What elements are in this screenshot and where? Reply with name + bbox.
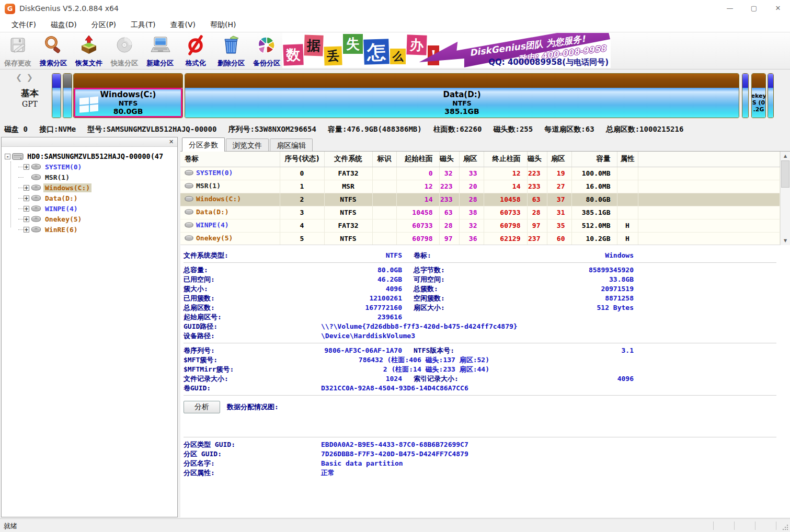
analyze-row: 分析 数据分配情况图: — [184, 400, 776, 414]
menu-disk[interactable]: 磁盘(D) — [43, 18, 84, 32]
expand-icon[interactable]: + — [24, 195, 29, 201]
tree-item-label: WINPE(4) — [43, 204, 79, 213]
backup-partition-pie-icon — [256, 34, 277, 57]
statusbar-divider — [755, 522, 755, 530]
status-text: 就绪 — [4, 522, 17, 531]
toolbar-button-label: 搜索分区 — [40, 59, 67, 68]
col-start-head[interactable]: 磁头 — [439, 152, 459, 167]
col-start-cylinder[interactable]: 起始柱面 — [396, 152, 439, 167]
titlebar: G DiskGenius V5.2.0.884 x64 — ▢ ✕ — [0, 0, 790, 18]
menu-help[interactable]: 帮助(H) — [203, 18, 243, 32]
col-index-status[interactable]: 序号(状态) — [280, 152, 324, 167]
tree-item-onekey[interactable]: + Onekey(5) — [5, 214, 177, 224]
partition-block-windows-c[interactable]: Windows(C:) NTFS 80.0GB — [73, 73, 183, 118]
partition-row-msr[interactable]: MSR(1) 1MSR 1222320 1423327 16.0MB — [180, 180, 780, 193]
device-tree-panel: ✕ - HD0:SAMSUNGMZVLB512HAJQ-00000(47 + S… — [1, 137, 178, 517]
partition-icon — [31, 216, 41, 223]
expand-icon[interactable]: + — [24, 216, 29, 222]
menu-file[interactable]: 文件(F) — [4, 18, 43, 32]
partition-table: 卷标 序号(状态) 文件系统 标识 起始柱面 磁头 扇区 终止柱面 磁头 扇区 … — [180, 152, 780, 245]
tree-item-windows-c[interactable]: + Windows(C:) — [5, 182, 177, 193]
partition-block-system[interactable] — [52, 73, 61, 118]
col-end-sector[interactable]: 扇区 — [547, 152, 571, 167]
tree-item-winre[interactable]: + WinRE(6) — [5, 224, 177, 235]
device-tree: - HD0:SAMSUNGMZVLB512HAJQ-00000(47 + SYS… — [2, 147, 177, 235]
expand-icon[interactable]: + — [24, 227, 29, 233]
expand-icon[interactable]: + — [24, 206, 29, 212]
partition-label: Data(D:) NTFS 385.1GB — [185, 88, 739, 118]
col-flag[interactable]: 标识 — [372, 152, 396, 167]
menu-view[interactable]: 查看(V) — [163, 18, 203, 32]
prev-disk-icon[interactable]: ❮ — [16, 73, 27, 82]
backup-partition-button[interactable]: 备份分区 — [249, 33, 284, 68]
main-area: ✕ - HD0:SAMSUNGMZVLB512HAJQ-00000(47 + S… — [0, 136, 790, 518]
tab-partition-parameters[interactable]: 分区参数 — [182, 137, 225, 152]
maximize-button[interactable]: ▢ — [742, 0, 766, 18]
tree-item-label: Data(D:) — [43, 194, 79, 203]
scroll-down-icon[interactable]: ▼ — [781, 236, 790, 245]
tree-item-label: Onekey(5) — [43, 215, 83, 224]
analyze-button[interactable]: 分析 — [184, 401, 220, 413]
tree-item-msr[interactable]: MSR(1) — [5, 172, 177, 182]
detail-row: 分区名字:Basic data partition — [184, 459, 776, 468]
tree-item-winpe[interactable]: + WINPE(4) — [5, 203, 177, 214]
quick-partition-button[interactable]: 快速分区 — [107, 33, 142, 68]
banner-tiles: 数 据 丢 失 怎 么 办 ! — [283, 33, 439, 58]
recover-files-button[interactable]: 恢复文件 — [71, 33, 107, 68]
tree-item-system[interactable]: + SYSTEM(0) — [5, 161, 177, 172]
new-partition-laptop-icon — [150, 34, 170, 57]
col-attributes[interactable]: 属性 — [617, 152, 638, 167]
tab-browse-files[interactable]: 浏览文件 — [226, 138, 269, 151]
search-partition-button[interactable]: 搜索分区 — [36, 33, 71, 68]
partition-block-winre[interactable] — [768, 73, 774, 118]
tree-root-disk[interactable]: - HD0:SAMSUNGMZVLB512HAJQ-00000(47 — [5, 151, 177, 161]
col-start-sector[interactable]: 扇区 — [459, 152, 484, 167]
close-button[interactable]: ✕ — [766, 0, 790, 18]
delete-partition-button[interactable]: 删除分区 — [213, 33, 249, 68]
tree-panel-header: ✕ — [2, 137, 177, 147]
promo-banner[interactable]: 数 据 丢 失 怎 么 办 ! DiskGenius团队 为您服务! 致电: 4… — [282, 33, 611, 68]
col-volume-label[interactable]: 卷标 — [180, 152, 280, 167]
tab-sector-edit[interactable]: 扇区编辑 — [270, 138, 313, 151]
partition-row-onekey[interactable]: Onekey(5) 5NTFS 607989736 6212923760 10.… — [180, 232, 780, 245]
partition-row-data-d[interactable]: Data(D:) 3NTFS 104586338 607332831 385.1… — [180, 206, 780, 219]
collapse-icon[interactable]: - — [5, 154, 10, 159]
partition-row-system[interactable]: SYSTEM(0) 0FAT32 03233 1222319 100.0MB — [180, 167, 780, 180]
format-button[interactable]: 格式化 — [178, 33, 213, 68]
col-end-head[interactable]: 磁头 — [527, 152, 547, 167]
save-changes-floppy-icon — [7, 34, 28, 57]
disk-capacity: 容量:476.9GB(488386MB) — [328, 125, 422, 133]
partition-row-windows-c[interactable]: Windows(C:) 2NTFS 1423328 104586337 80.0… — [180, 193, 780, 206]
detail-row: 文件系统类型:NTFS 卷标:Windows — [184, 251, 776, 260]
expand-icon[interactable]: + — [24, 164, 29, 170]
partition-block-onekey[interactable]: ekey S (0 .2G — [751, 73, 766, 118]
col-filesystem[interactable]: 文件系统 — [324, 152, 372, 167]
partition-block-msr[interactable] — [63, 73, 72, 118]
menu-partition[interactable]: 分区(P) — [84, 18, 123, 32]
scrollbar-thumb[interactable] — [781, 160, 789, 188]
tree-item-data-d[interactable]: + Data(D:) — [5, 193, 177, 203]
col-end-cylinder[interactable]: 终止柱面 — [484, 152, 527, 167]
new-partition-button[interactable]: 新建分区 — [142, 33, 178, 68]
col-capacity[interactable]: 容量 — [571, 152, 617, 167]
partition-row-winpe[interactable]: WINPE(4) 4FAT32 607332832 607989735 512.… — [180, 219, 780, 232]
detail-row: GUID路径:\\?\Volume{7d26dbb8-f7f3-420d-b47… — [184, 322, 776, 331]
partition-block-winpe[interactable] — [742, 73, 749, 118]
expand-icon[interactable]: + — [24, 185, 29, 191]
menu-tools[interactable]: 工具(T) — [123, 18, 163, 32]
toolbar-button-label: 删除分区 — [217, 59, 245, 68]
detail-row: 簇大小:4096 总簇数:20971519 — [184, 284, 776, 294]
close-panel-icon[interactable]: ✕ — [167, 138, 175, 146]
search-partition-magnifier-icon — [43, 34, 64, 57]
tree-root-label: HD0:SAMSUNGMZVLB512HAJQ-00000(47 — [26, 152, 165, 161]
save-changes-button[interactable]: 保存更改 — [0, 33, 36, 68]
resize-grip[interactable] — [782, 524, 788, 530]
window-title: DiskGenius V5.2.0.884 x64 — [19, 4, 119, 13]
next-disk-icon[interactable]: ❯ — [27, 73, 38, 82]
table-scrollbar[interactable]: ▲ ▼ — [780, 152, 790, 245]
minimize-button[interactable]: — — [718, 0, 742, 18]
toolbar-button-label: 新建分区 — [146, 59, 174, 68]
format-icon — [185, 34, 206, 57]
scroll-up-icon[interactable]: ▲ — [781, 152, 790, 160]
partition-block-data-d[interactable]: Data(D:) NTFS 385.1GB — [185, 73, 739, 118]
